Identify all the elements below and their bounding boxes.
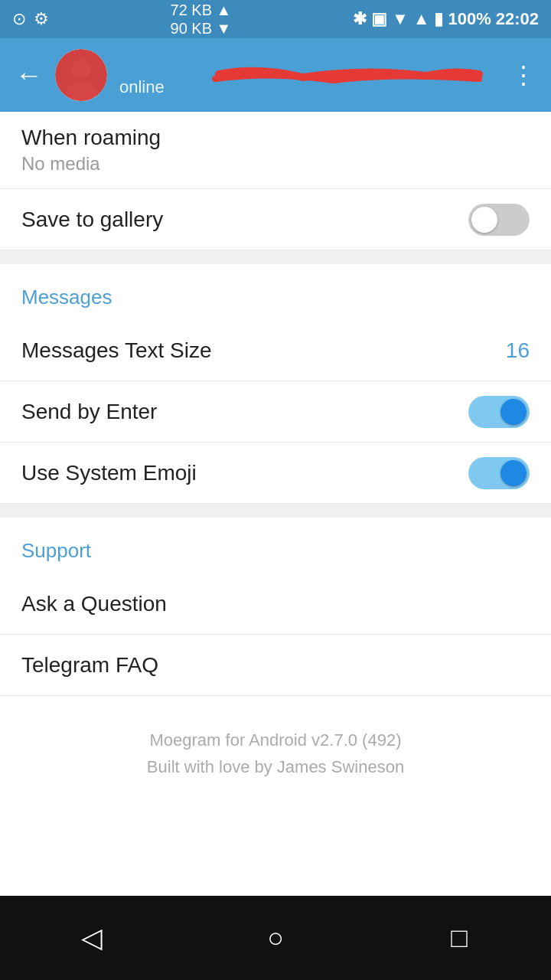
messages-text-size-value: 16 [506, 338, 530, 363]
use-system-emoji-label: Use System Emoji [21, 461, 197, 485]
support-header-label: Support [21, 539, 91, 562]
status-bar-network: 72 KB ▲ 90 KB ▼ [171, 1, 232, 38]
messages-header-label: Messages [21, 286, 112, 309]
signal-icon: ▲ [413, 9, 430, 29]
telegram-faq-row[interactable]: Telegram FAQ [0, 635, 551, 696]
android-icon: ⚙ [34, 9, 49, 29]
more-options-button[interactable]: ⋮ [511, 60, 536, 90]
app-bar: ← Name online ⋮ [0, 38, 551, 112]
nav-back-button[interactable]: ◁ [69, 915, 115, 961]
nav-bar: ◁ ○ □ [0, 896, 551, 980]
use-system-emoji-row[interactable]: Use System Emoji [0, 443, 551, 504]
status-bar-left: ⊙ ⚙ [12, 9, 49, 29]
clock: 22:02 [496, 9, 539, 29]
svg-point-1 [72, 60, 90, 78]
spotify-icon: ⊙ [12, 9, 26, 29]
save-to-gallery-row[interactable]: Save to gallery [0, 189, 551, 250]
send-by-enter-toggle-thumb [500, 399, 527, 425]
messages-text-size-label: Messages Text Size [21, 338, 212, 363]
ask-question-label: Ask a Question [21, 592, 167, 616]
battery-icon: ▮ [434, 9, 443, 29]
bluetooth-icon: ✱ [353, 9, 367, 29]
section-divider-1 [0, 250, 551, 264]
save-to-gallery-toggle-thumb [471, 207, 497, 233]
app-bar-info: Name online [119, 53, 536, 97]
when-roaming-row: When roaming No media [0, 112, 551, 189]
support-section-header: Support [0, 518, 551, 573]
contact-status: online [119, 77, 536, 97]
avatar [55, 49, 107, 101]
network-up: 72 KB ▲ [171, 1, 232, 19]
ask-question-row[interactable]: Ask a Question [0, 573, 551, 635]
messages-text-size-row[interactable]: Messages Text Size 16 [0, 320, 551, 381]
svg-point-0 [55, 49, 107, 101]
settings-content: When roaming No media Save to gallery Me… [0, 112, 551, 896]
use-system-emoji-toggle-thumb [500, 460, 527, 486]
send-by-enter-label: Send by Enter [21, 400, 157, 424]
nav-recent-button[interactable]: □ [436, 915, 482, 961]
send-by-enter-toggle[interactable] [468, 396, 530, 428]
battery-percent: 100% [448, 9, 491, 29]
back-button[interactable]: ← [15, 59, 43, 91]
use-system-emoji-toggle[interactable] [468, 457, 530, 489]
when-roaming-value: No media [21, 153, 161, 175]
network-down: 90 KB ▼ [171, 19, 232, 38]
footer: Moegram for Android v2.7.0 (492) Built w… [0, 696, 551, 803]
wifi-icon: ▼ [392, 9, 409, 29]
save-to-gallery-toggle[interactable] [468, 204, 530, 236]
vibrate-icon: ▣ [371, 9, 387, 29]
status-bar-right: ✱ ▣ ▼ ▲ ▮ 100% 22:02 [353, 9, 539, 29]
telegram-faq-label: Telegram FAQ [21, 653, 158, 678]
save-to-gallery-label: Save to gallery [21, 207, 163, 232]
footer-line2: Built with love by James Swineson [21, 753, 530, 780]
footer-line1: Moegram for Android v2.7.0 (492) [21, 727, 530, 753]
messages-section-header: Messages [0, 264, 551, 320]
send-by-enter-row[interactable]: Send by Enter [0, 381, 551, 443]
svg-point-2 [66, 83, 96, 101]
section-divider-2 [0, 504, 551, 518]
when-roaming-label: When roaming [21, 126, 161, 150]
nav-home-button[interactable]: ○ [253, 915, 298, 961]
status-bar: ⊙ ⚙ 72 KB ▲ 90 KB ▼ ✱ ▣ ▼ ▲ ▮ 100% 22:02 [0, 0, 551, 38]
